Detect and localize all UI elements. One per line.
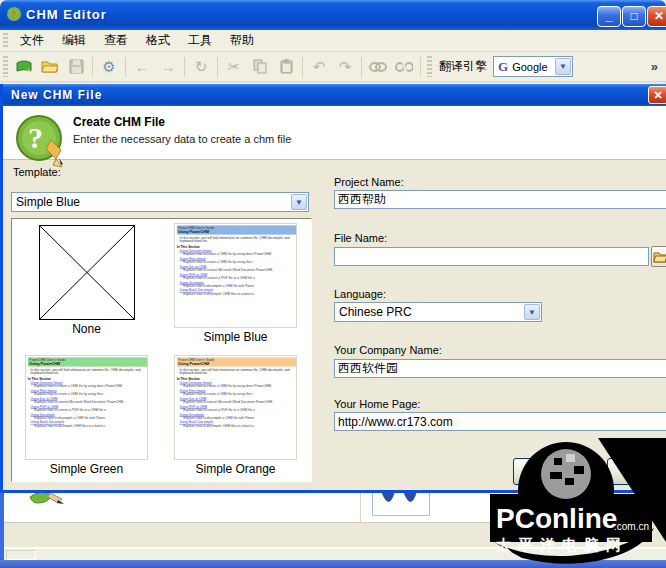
dialog-header-subtitle: Enter the necessary data to create a chm… (73, 133, 291, 145)
window-border-left (0, 493, 4, 568)
new-chm-icon[interactable] (11, 55, 37, 79)
partial-green-icon (28, 491, 68, 507)
cut-icon[interactable]: ✂ (221, 55, 247, 79)
refresh-icon[interactable]: ↻ (188, 55, 214, 79)
chevron-down-icon[interactable]: ▼ (291, 194, 307, 210)
simple-orange-thumbnail[interactable]: PowerCHM User's GuideUsing PowerCHMIn th… (174, 355, 297, 460)
toolbar-separator (302, 57, 303, 77)
company-name-input[interactable] (334, 359, 666, 378)
copy-icon[interactable] (247, 55, 273, 79)
toolbar-separator (184, 57, 185, 77)
company-name-label: Your Company Name: (334, 344, 442, 356)
browse-folder-button[interactable] (651, 246, 666, 267)
window-title: CHM Editor (26, 7, 107, 22)
ok-button[interactable] (513, 458, 593, 485)
redo-icon[interactable]: ↷ (332, 55, 358, 79)
home-page-input[interactable] (334, 412, 666, 431)
toolbar: ⚙ ← → ↻ ✂ ↶ ↷ 翻译引擎 G Google ▼ » (0, 52, 666, 82)
chevron-down-icon[interactable]: ▼ (555, 58, 571, 75)
toolbar-grip (427, 56, 432, 76)
menubar-grip (3, 33, 8, 48)
google-icon: G (498, 59, 508, 75)
simple-green-thumbnail[interactable]: PowerCHM User's GuideUsing PowerCHMIn th… (25, 355, 148, 460)
new-chm-file-dialog: New CHM File ✕ Create CHM File Enter the… (0, 84, 666, 493)
forward-icon[interactable]: → (155, 55, 181, 79)
status-cell (6, 550, 36, 560)
save-icon[interactable] (63, 55, 89, 79)
toolbar-separator (92, 57, 93, 77)
menu-format[interactable]: 格式 (137, 29, 179, 52)
dialog-header: Create CHM File Enter the necessary data… (3, 106, 666, 160)
toolbar-separator (361, 57, 362, 77)
toolbar-separator (420, 57, 421, 77)
window-titlebar: ? CHM Editor _ □ ✕ (0, 0, 666, 30)
template-select[interactable]: Simple Blue ▼ (11, 192, 309, 212)
partial-blue-icon (372, 490, 430, 516)
none-thumbnail[interactable] (39, 225, 135, 320)
translate-engine-value: Google (512, 61, 547, 73)
template-preview-panel: None PowerCHM User's GuideUsing PowerCHM… (11, 218, 312, 482)
project-name-input[interactable] (334, 190, 666, 209)
template-option-simple-green[interactable]: PowerCHM User's GuideUsing PowerCHMIn th… (12, 351, 161, 476)
chm-wizard-icon: ? (13, 112, 69, 168)
project-name-label: Project Name: (334, 176, 404, 188)
menu-tools[interactable]: 工具 (179, 29, 221, 52)
folder-icon (653, 251, 666, 263)
toolbar-separator (217, 57, 218, 77)
simple-blue-thumbnail[interactable]: PowerCHM User's GuideUsing PowerCHMIn th… (174, 223, 297, 328)
undo-icon[interactable]: ↶ (306, 55, 332, 79)
toolbar-grip (3, 56, 8, 76)
dialog-close-button[interactable]: ✕ (648, 86, 666, 104)
template-option-simple-orange[interactable]: PowerCHM User's GuideUsing PowerCHMIn th… (161, 351, 310, 476)
toolbar-separator (125, 57, 126, 77)
close-button[interactable]: ✕ (647, 6, 666, 27)
menu-view[interactable]: 查看 (95, 29, 137, 52)
menubar: 文件 编辑 查看 格式 工具 帮助 (0, 30, 666, 52)
dialog-header-title: Create CHM File (73, 115, 165, 129)
background-panel (4, 523, 666, 547)
svg-text:?: ? (28, 121, 43, 154)
open-icon[interactable] (37, 55, 63, 79)
template-option-simple-blue[interactable]: PowerCHM User's GuideUsing PowerCHMIn th… (161, 219, 310, 344)
menu-edit[interactable]: 编辑 (53, 29, 95, 52)
cancel-button[interactable] (607, 458, 666, 485)
file-name-label: File Name: (334, 232, 387, 244)
maximize-button[interactable]: □ (622, 6, 646, 27)
paste-icon[interactable] (273, 55, 299, 79)
dialog-title: New CHM File (11, 88, 102, 102)
language-label: Language: (334, 288, 386, 300)
file-name-input[interactable] (334, 247, 649, 266)
settings-gear-icon[interactable]: ⚙ (96, 55, 122, 79)
menu-file[interactable]: 文件 (11, 29, 53, 52)
app-icon: ? (6, 6, 23, 23)
unlink-icon[interactable] (391, 55, 417, 79)
menu-help[interactable]: 帮助 (221, 29, 263, 52)
dialog-titlebar: New CHM File ✕ (3, 84, 666, 106)
status-bar (4, 547, 666, 561)
back-icon[interactable]: ← (129, 55, 155, 79)
link-icon[interactable] (365, 55, 391, 79)
translate-engine-select[interactable]: G Google ▼ (493, 56, 573, 77)
window-border-bottom (0, 560, 666, 568)
svg-text:?: ? (11, 8, 17, 20)
chevron-down-icon[interactable]: ▼ (524, 304, 540, 320)
background-list-row (4, 493, 666, 523)
translate-engine-label: 翻译引擎 (439, 58, 487, 75)
template-option-none[interactable]: None (12, 219, 161, 336)
minimize-button[interactable]: _ (597, 6, 621, 27)
language-select[interactable]: Chinese PRC ▼ (334, 302, 542, 322)
home-page-label: Your Home Page: (334, 398, 420, 410)
background-divider (360, 493, 361, 523)
toolbar-overflow-button[interactable]: » (651, 59, 658, 74)
